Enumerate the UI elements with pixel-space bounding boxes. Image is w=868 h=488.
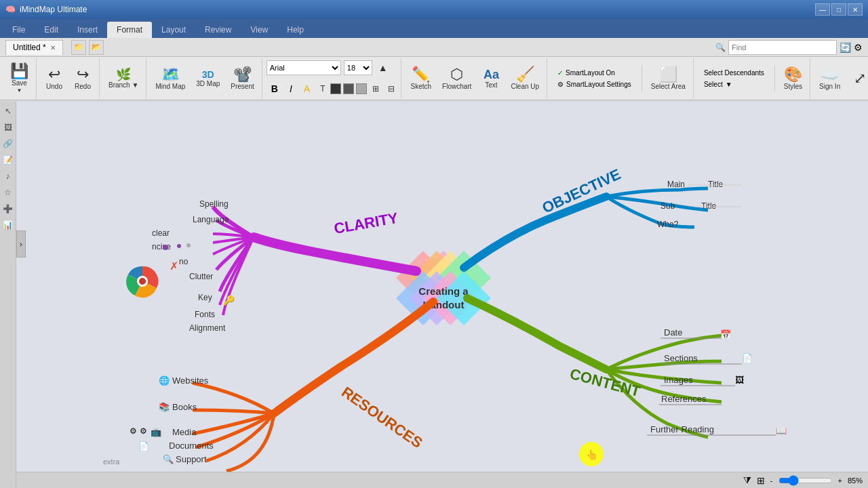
bold-button[interactable]: B <box>267 81 283 96</box>
search-settings-icon[interactable]: ⚙ <box>854 42 863 53</box>
sketch-button[interactable]: ✏️ Sketch <box>406 60 436 98</box>
clean-up-icon: 🧹 <box>516 67 534 82</box>
text-color-button[interactable]: T <box>317 79 328 98</box>
bg-color-swatch[interactable] <box>356 83 367 94</box>
search-icon: 🔍 <box>715 43 726 52</box>
svg-text:✗: ✗ <box>170 260 178 272</box>
sidebar-link-icon[interactable]: 🔗 <box>1 137 15 150</box>
undo-button[interactable]: ↩ Undo <box>41 60 68 98</box>
remove-format-button[interactable]: ⊟ <box>384 79 398 98</box>
svg-point-27 <box>139 278 146 285</box>
sidebar-music-icon[interactable]: ♪ <box>1 169 15 183</box>
titlebar-controls: — □ ✕ <box>815 3 863 16</box>
select-button[interactable]: Select ▼ <box>698 79 770 89</box>
font-size-select[interactable]: 18 12 14 16 20 24 <box>344 60 372 75</box>
open-file-icon[interactable]: 📁 <box>71 40 86 55</box>
undo-icon: ↩ <box>48 67 60 82</box>
present-button[interactable]: 📽️ Present <box>226 60 258 98</box>
present-label: Present <box>231 83 254 90</box>
text-button[interactable]: Aa Text <box>477 60 505 98</box>
font-grow-button[interactable]: ▲ <box>375 58 391 77</box>
signin-label: Sign In <box>819 83 840 90</box>
select-descendants-button[interactable]: Select Descendants <box>698 68 770 78</box>
signin-button[interactable]: ☁️ Sign In <box>814 60 845 98</box>
flowchart-button[interactable]: ⬡ Flowchart <box>437 60 476 98</box>
sidebar-image-icon[interactable]: 🖼 <box>1 121 15 134</box>
expand-panel-button[interactable]: › <box>16 230 26 258</box>
mind-map-button[interactable]: 🗺️ Mind Map <box>151 60 190 98</box>
line-color-swatch[interactable] <box>343 83 354 94</box>
mind-map-icon: 🗺️ <box>161 67 180 82</box>
tab-format[interactable]: Format <box>107 22 152 38</box>
text-label: Text <box>485 81 497 89</box>
svg-text:📅: 📅 <box>720 329 732 340</box>
fill-color-swatch[interactable] <box>330 83 341 94</box>
toolbar: 💾 Save ▼ ↩ Undo ↪ Redo 🌿 Branch ▼ 🗺️ Min… <box>0 57 868 100</box>
search-refresh-icon[interactable]: 🔄 <box>840 42 851 53</box>
close-button[interactable]: ✕ <box>848 3 863 16</box>
tab-help[interactable]: Help <box>277 22 313 38</box>
svg-text:Spelling: Spelling <box>199 199 229 209</box>
sketch-icon: ✏️ <box>412 67 430 82</box>
grid-icon[interactable]: ⊞ <box>757 475 765 486</box>
sidebar-pointer-icon[interactable]: ↖ <box>1 104 15 118</box>
sidebar-star-icon[interactable]: ☆ <box>1 186 15 199</box>
svg-text:Clutter: Clutter <box>189 272 213 281</box>
smartlayout-settings-button[interactable]: ⚙ SmartLayout Settings <box>551 79 637 89</box>
svg-point-30 <box>177 244 181 248</box>
svg-text:📺: 📺 <box>151 426 162 438</box>
highlight-button[interactable]: A <box>299 81 315 96</box>
sidebar-add-icon[interactable]: ➕ <box>1 202 15 216</box>
redo-icon: ↪ <box>77 67 89 82</box>
more-format-button[interactable]: ⊞ <box>369 79 382 98</box>
doc-tab-close[interactable]: ✕ <box>50 44 56 52</box>
branch-button[interactable]: 🌿 Branch ▼ <box>104 60 143 98</box>
flowchart-icon: ⬡ <box>450 67 463 82</box>
mindmap-svg: Creating a Handout CLARITY Spelling Lang… <box>16 102 868 472</box>
canvas[interactable]: Creating a Handout CLARITY Spelling Lang… <box>16 102 868 472</box>
save-button[interactable]: 💾 Save ▼ <box>5 60 33 98</box>
present-icon: 📽️ <box>233 67 252 82</box>
svg-text:🌐: 🌐 <box>159 375 170 386</box>
tab-file[interactable]: File <box>3 22 35 38</box>
tab-insert[interactable]: Insert <box>68 22 107 38</box>
sidebar-note-icon[interactable]: 📝 <box>1 153 15 167</box>
smartlayout-on-button[interactable]: ✓ SmartLayout On <box>551 68 637 78</box>
select-descendants-label: Select Descendants <box>704 69 764 77</box>
maximize-button[interactable]: □ <box>831 3 846 16</box>
signin-group: ☁️ Sign In ⤢ ❓ 🔔 0 <box>812 58 868 98</box>
italic-button[interactable]: I <box>285 81 297 96</box>
svg-point-29 <box>163 245 168 250</box>
zoom-slider[interactable] <box>778 475 833 486</box>
styles-button[interactable]: 🎨 Styles <box>779 60 807 98</box>
select-group-toolbar: Select Descendants Select ▼ 🎨 Styles <box>695 58 810 98</box>
ribbon-tabs: File Edit Insert Format Layout Review Vi… <box>0 19 868 38</box>
fullscreen-icon: ⤢ <box>854 71 866 86</box>
svg-text:ncise: ncise <box>152 242 171 251</box>
open-folder-icon[interactable]: 📂 <box>89 40 104 55</box>
tab-edit[interactable]: Edit <box>35 22 68 38</box>
svg-text:📖: 📖 <box>776 425 787 436</box>
svg-text:Images: Images <box>664 375 693 385</box>
branch-icon: 🌿 <box>116 68 131 81</box>
zoom-in-button[interactable]: + <box>838 476 842 485</box>
zoom-out-button[interactable]: - <box>770 476 773 485</box>
three-d-map-button[interactable]: 3D 3D Map <box>191 60 224 98</box>
smartlayout-options: ✓ SmartLayout On ⚙ SmartLayout Settings <box>551 68 637 89</box>
select-options: Select Descendants Select ▼ <box>698 68 770 89</box>
sidebar-chart-icon[interactable]: 📊 <box>1 218 15 232</box>
filter-icon[interactable]: ⧩ <box>743 474 751 486</box>
doc-tab-name: Untitled * <box>13 43 46 52</box>
redo-button[interactable]: ↪ Redo <box>69 60 96 98</box>
minimize-button[interactable]: — <box>815 3 830 16</box>
font-name-select[interactable]: Arial Times New Roman Verdana <box>267 60 341 75</box>
tab-layout[interactable]: Layout <box>152 22 195 38</box>
search-input[interactable] <box>728 40 837 55</box>
tab-review[interactable]: Review <box>195 22 241 38</box>
doc-tab-untitled[interactable]: Untitled * ✕ <box>5 40 63 55</box>
clean-up-button[interactable]: 🧹 Clean Up <box>506 60 544 98</box>
tab-view[interactable]: View <box>241 22 277 38</box>
fullscreen-button[interactable]: ⤢ <box>846 60 868 98</box>
svg-text:Support: Support <box>176 454 207 464</box>
select-area-button[interactable]: ⬜ Select Area <box>646 60 690 98</box>
